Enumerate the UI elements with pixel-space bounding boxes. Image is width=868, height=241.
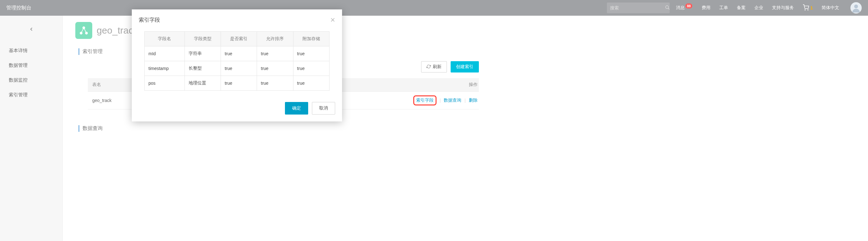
sidebar-item-index[interactable]: 索引管理	[0, 88, 62, 102]
layout: 基本详情 数据管理 数据监控 索引管理 geo_track 索引管理 刷新	[0, 16, 868, 241]
refresh-button[interactable]: 刷新	[421, 61, 447, 72]
nav-support[interactable]: 支持与服务	[771, 3, 795, 12]
search-box[interactable]	[607, 2, 670, 13]
sidebar-item-data[interactable]: 数据管理	[0, 58, 62, 73]
refresh-label: 刷新	[433, 64, 441, 70]
nav-language[interactable]: 简体中文	[821, 3, 840, 12]
modal-row: pos地理位置truetruetrue	[145, 76, 330, 91]
highlight-index-fields: 索引字段	[413, 95, 436, 106]
separator: |	[440, 98, 441, 103]
confirm-label: 确定	[292, 106, 301, 111]
modal-cell-indexed: true	[221, 76, 257, 91]
nav-messages-label: 消息	[676, 5, 685, 11]
cart-icon	[803, 4, 809, 11]
action-delete[interactable]: 删除	[469, 98, 477, 103]
create-index-button[interactable]: 创建索引	[451, 61, 479, 72]
modal-cell-type: 地理位置	[185, 76, 221, 91]
search-icon[interactable]	[665, 5, 670, 11]
modal-cell-sortable: true	[257, 47, 293, 61]
modal-cell-indexed: true	[221, 47, 257, 61]
nav-enterprise-label: 企业	[754, 5, 763, 11]
svg-line-1	[668, 8, 669, 9]
nav-fees-label: 费用	[702, 5, 710, 11]
cancel-label: 取消	[319, 106, 328, 111]
nav-fees[interactable]: 费用	[701, 3, 711, 12]
topbar-nav: 消息 88 费用 工单 备案 企业 支持与服务 1 简体中文	[675, 2, 862, 13]
sidebar-item-label: 数据管理	[9, 62, 28, 68]
svg-point-3	[808, 9, 808, 10]
nav-record[interactable]: 备案	[736, 3, 746, 12]
console-title: 管理控制台	[6, 5, 31, 11]
modal-cell-type: 字符串	[185, 47, 221, 61]
sidebar-item-label: 基本详情	[9, 48, 28, 53]
avatar[interactable]	[850, 2, 862, 13]
row-name: geo_track	[92, 98, 112, 103]
modal-cell-name: mId	[145, 47, 185, 61]
cancel-button[interactable]: 取消	[312, 102, 335, 115]
svg-point-2	[805, 9, 806, 10]
row-actions: 索引字段 | 数据查询 | 删除	[413, 95, 477, 106]
nav-tickets-label: 工单	[719, 5, 728, 11]
modal-cell-stored: true	[293, 47, 329, 61]
section-data-query: 数据查询	[79, 125, 479, 132]
cart-count: 1	[810, 5, 813, 10]
nav-cart[interactable]: 1	[802, 2, 813, 13]
modal-cell-name: pos	[145, 76, 185, 91]
modal-cell-type: 长整型	[185, 61, 221, 76]
modal-footer: 确定 取消	[132, 97, 342, 121]
modal-header: 索引字段 ×	[132, 9, 342, 28]
blank-area	[491, 16, 868, 241]
app-icon	[75, 22, 92, 39]
messages-badge: 88	[685, 3, 692, 8]
mcol-stored: 附加存储	[293, 32, 329, 47]
confirm-button[interactable]: 确定	[285, 102, 308, 115]
col-name: 表名	[88, 78, 138, 92]
nav-record-label: 备案	[737, 5, 746, 11]
modal-body: 字段名 字段类型 是否索引 允许排序 附加存储 mId字符串truetruetr…	[132, 31, 342, 97]
mcol-type: 字段类型	[185, 32, 221, 47]
sidebar-item-label: 数据监控	[9, 77, 28, 83]
back-button[interactable]	[0, 25, 62, 34]
modal-cell-stored: true	[293, 61, 329, 76]
svg-line-8	[81, 28, 84, 33]
sidebar: 基本详情 数据管理 数据监控 索引管理	[0, 16, 63, 241]
sidebar-item-monitor[interactable]: 数据监控	[0, 73, 62, 88]
topbar: 管理控制台 消息 88 费用 工单 备案 企业 支持与服务 1 简体中文	[0, 0, 868, 16]
create-index-label: 创建索引	[456, 64, 473, 70]
modal-row: timestamp长整型truetruetrue	[145, 61, 330, 76]
mcol-sortable: 允许排序	[257, 32, 293, 47]
modal-title: 索引字段	[139, 16, 160, 24]
nav-tickets[interactable]: 工单	[719, 3, 728, 12]
nav-messages[interactable]: 消息 88	[675, 3, 693, 12]
nav-language-label: 简体中文	[822, 5, 839, 11]
refresh-icon	[427, 64, 431, 70]
mcol-indexed: 是否索引	[221, 32, 257, 47]
svg-line-9	[84, 28, 87, 33]
modal-cell-stored: true	[293, 76, 329, 91]
svg-point-4	[854, 5, 858, 8]
search-input[interactable]	[610, 5, 665, 10]
modal-cell-name: timestamp	[145, 61, 185, 76]
sidebar-item-label: 索引管理	[9, 92, 28, 97]
section-title-query: 数据查询	[79, 125, 479, 132]
nav-enterprise[interactable]: 企业	[754, 3, 764, 12]
modal-cell-sortable: true	[257, 61, 293, 76]
modal-index-fields: 索引字段 × 字段名 字段类型 是否索引 允许排序 附加存储 mId字符串tru…	[132, 9, 342, 121]
sidebar-item-basic[interactable]: 基本详情	[0, 43, 62, 58]
action-data-query[interactable]: 数据查询	[444, 98, 461, 103]
modal-cell-sortable: true	[257, 76, 293, 91]
mcol-name: 字段名	[145, 32, 185, 47]
close-icon[interactable]: ×	[331, 16, 335, 24]
modal-cell-indexed: true	[221, 61, 257, 76]
modal-table: 字段名 字段类型 是否索引 允许排序 附加存储 mId字符串truetruetr…	[144, 31, 330, 91]
svg-point-0	[665, 6, 669, 8]
nav-support-label: 支持与服务	[772, 5, 794, 11]
modal-row: mId字符串truetruetrue	[145, 47, 330, 61]
action-index-fields[interactable]: 索引字段	[416, 98, 434, 102]
separator: |	[464, 98, 466, 103]
